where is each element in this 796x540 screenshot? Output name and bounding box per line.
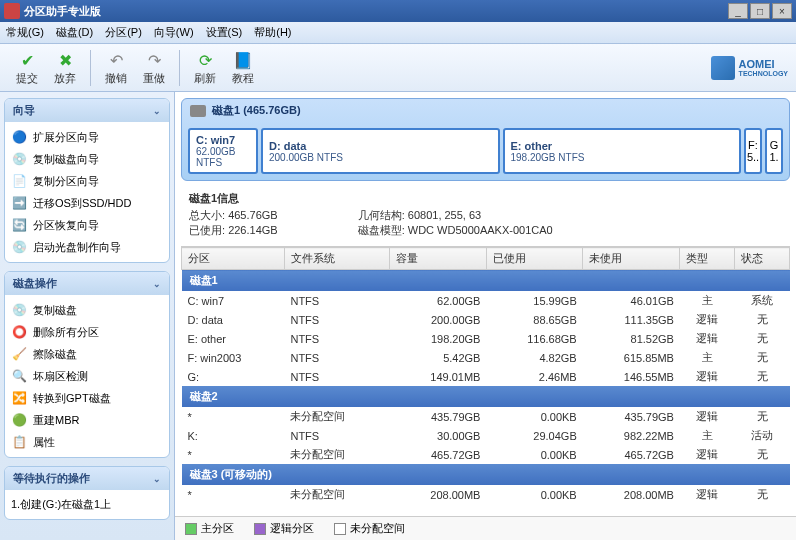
legend-logical: 逻辑分区 <box>254 521 314 536</box>
check-icon: ✔ <box>16 49 38 71</box>
table-row[interactable]: *未分配空间208.00MB0.00KB208.00MB逻辑无 <box>182 485 790 504</box>
table-row[interactable]: *未分配空间435.79GB0.00KB435.79GB逻辑无 <box>182 407 790 426</box>
col-cap[interactable]: 容量 <box>389 248 486 270</box>
undo-button[interactable]: ↶撤销 <box>97 47 135 88</box>
sidebar-item-gpt[interactable]: 🔀转换到GPT磁盘 <box>7 387 167 409</box>
sidebar-item-migrate[interactable]: ➡️迁移OS到SSD/HDD <box>7 192 167 214</box>
main-area: 磁盘1 (465.76GB) C: win762.00GB NTFS D: da… <box>175 92 796 540</box>
menu-help[interactable]: 帮助(H) <box>254 25 291 40</box>
partition-e[interactable]: E: other198.20GB NTFS <box>503 128 742 174</box>
menu-disk[interactable]: 磁盘(D) <box>56 25 93 40</box>
close-button[interactable]: × <box>772 3 792 19</box>
menu-settings[interactable]: 设置(S) <box>206 25 243 40</box>
disk-header: 磁盘1 (465.76GB) C: win762.00GB NTFS D: da… <box>181 98 790 181</box>
delete-icon: ⭕ <box>11 324 27 340</box>
titlebar: 分区助手专业版 _ □ × <box>0 0 796 22</box>
partition-bar: C: win762.00GB NTFS D: data200.00GB NTFS… <box>182 122 789 180</box>
sidebar-item-copypart[interactable]: 📄复制分区向导 <box>7 170 167 192</box>
sidebar: 向导⌄ 🔵扩展分区向导 💿复制磁盘向导 📄复制分区向导 ➡️迁移OS到SSD/H… <box>0 92 175 540</box>
col-status[interactable]: 状态 <box>735 248 790 270</box>
props-icon: 📋 <box>11 434 27 450</box>
sidebar-item-bootdisk[interactable]: 💿启动光盘制作向导 <box>7 236 167 258</box>
sidebar-item-copydisk[interactable]: 💿复制磁盘向导 <box>7 148 167 170</box>
disk-title: 磁盘1 (465.76GB) <box>212 103 301 118</box>
partition-icon: 📄 <box>11 173 27 189</box>
tutorial-button[interactable]: 📘教程 <box>224 47 262 88</box>
partition-g[interactable]: G1. <box>765 128 783 174</box>
disk-icon <box>190 105 206 117</box>
chevron-icon: ⌄ <box>153 279 161 289</box>
sidebar-item-badsector[interactable]: 🔍坏扇区检测 <box>7 365 167 387</box>
col-fs[interactable]: 文件系统 <box>284 248 389 270</box>
redo-icon: ↷ <box>143 49 165 71</box>
disk-icon: 💿 <box>11 151 27 167</box>
disk-info: 磁盘1信息 总大小: 465.76GB 几何结构: 60801, 255, 63… <box>175 187 796 242</box>
sidebar-item-extend[interactable]: 🔵扩展分区向导 <box>7 126 167 148</box>
col-used[interactable]: 已使用 <box>486 248 582 270</box>
sidebar-item-wipe[interactable]: 🧹擦除磁盘 <box>7 343 167 365</box>
legend-primary: 主分区 <box>185 521 234 536</box>
col-free[interactable]: 未使用 <box>583 248 680 270</box>
undo-icon: ↶ <box>105 49 127 71</box>
recover-icon: 🔄 <box>11 217 27 233</box>
x-icon: ✖ <box>54 49 76 71</box>
refresh-button[interactable]: ⟳刷新 <box>186 47 224 88</box>
table-row[interactable]: K:NTFS30.00GB29.04GB982.22MB主活动 <box>182 426 790 445</box>
table-group[interactable]: 磁盘3 (可移动的) <box>182 464 790 485</box>
table-row[interactable]: E: otherNTFS198.20GB116.68GB81.52GB逻辑无 <box>182 329 790 348</box>
chevron-icon: ⌄ <box>153 106 161 116</box>
redo-button[interactable]: ↷重做 <box>135 47 173 88</box>
sidebar-item-recover[interactable]: 🔄分区恢复向导 <box>7 214 167 236</box>
refresh-icon: ⟳ <box>194 49 216 71</box>
sidebar-item-delete[interactable]: ⭕删除所有分区 <box>7 321 167 343</box>
book-icon: 📘 <box>232 49 254 71</box>
discard-button[interactable]: ✖放弃 <box>46 47 84 88</box>
logo-icon <box>711 56 735 80</box>
col-partition[interactable]: 分区 <box>182 248 285 270</box>
convert-icon: 🔀 <box>11 390 27 406</box>
sidebar-item-props[interactable]: 📋属性 <box>7 431 167 453</box>
app-icon <box>4 3 20 19</box>
sidebar-item-copy[interactable]: 💿复制磁盘 <box>7 299 167 321</box>
wizard-icon: 🔵 <box>11 129 27 145</box>
table-row[interactable]: *未分配空间465.72GB0.00KB465.72GB逻辑无 <box>182 445 790 464</box>
window-title: 分区助手专业版 <box>24 4 728 19</box>
table-group[interactable]: 磁盘1 <box>182 270 790 292</box>
partition-d[interactable]: D: data200.00GB NTFS <box>261 128 500 174</box>
table-row[interactable]: G:NTFS149.01MB2.46MB146.55MB逻辑无 <box>182 367 790 386</box>
panel-header[interactable]: 磁盘操作⌄ <box>5 272 169 295</box>
table-row[interactable]: F: win2003NTFS5.42GB4.82GB615.85MB主无 <box>182 348 790 367</box>
partition-table[interactable]: 分区 文件系统 容量 已使用 未使用 类型 状态 磁盘1C: win7NTFS6… <box>181 246 790 516</box>
partition-f[interactable]: F:5.. <box>744 128 762 174</box>
minimize-button[interactable]: _ <box>728 3 748 19</box>
copy-icon: 💿 <box>11 302 27 318</box>
menubar: 常规(G) 磁盘(D) 分区(P) 向导(W) 设置(S) 帮助(H) <box>0 22 796 44</box>
maximize-button[interactable]: □ <box>750 3 770 19</box>
cd-icon: 💿 <box>11 239 27 255</box>
menu-wizard[interactable]: 向导(W) <box>154 25 194 40</box>
pending-op[interactable]: 1.创建(G:)在磁盘1上 <box>7 494 167 515</box>
table-row[interactable]: C: win7NTFS62.00GB15.99GB46.01GB主系统 <box>182 291 790 310</box>
table-row[interactable]: D: dataNTFS200.00GB88.65GB111.35GB逻辑无 <box>182 310 790 329</box>
brand-logo: AOMEITECHNOLOGY <box>711 56 788 80</box>
mbr-icon: 🟢 <box>11 412 27 428</box>
pending-panel: 等待执行的操作⌄ 1.创建(G:)在磁盘1上 <box>4 466 170 520</box>
toolbar: ✔提交 ✖放弃 ↶撤销 ↷重做 ⟳刷新 📘教程 AOMEITECHNOLOGY <box>0 44 796 92</box>
commit-button[interactable]: ✔提交 <box>8 47 46 88</box>
wizard-panel: 向导⌄ 🔵扩展分区向导 💿复制磁盘向导 📄复制分区向导 ➡️迁移OS到SSD/H… <box>4 98 170 263</box>
col-type[interactable]: 类型 <box>680 248 735 270</box>
diskop-panel: 磁盘操作⌄ 💿复制磁盘 ⭕删除所有分区 🧹擦除磁盘 🔍坏扇区检测 🔀转换到GPT… <box>4 271 170 458</box>
menu-partition[interactable]: 分区(P) <box>105 25 142 40</box>
sidebar-item-mbr[interactable]: 🟢重建MBR <box>7 409 167 431</box>
panel-header[interactable]: 等待执行的操作⌄ <box>5 467 169 490</box>
legend: 主分区 逻辑分区 未分配空间 <box>175 516 796 540</box>
table-group[interactable]: 磁盘2 <box>182 386 790 407</box>
partition-c[interactable]: C: win762.00GB NTFS <box>188 128 258 174</box>
chevron-icon: ⌄ <box>153 474 161 484</box>
menu-general[interactable]: 常规(G) <box>6 25 44 40</box>
wipe-icon: 🧹 <box>11 346 27 362</box>
panel-header[interactable]: 向导⌄ <box>5 99 169 122</box>
check-icon: 🔍 <box>11 368 27 384</box>
migrate-icon: ➡️ <box>11 195 27 211</box>
legend-unalloc: 未分配空间 <box>334 521 405 536</box>
